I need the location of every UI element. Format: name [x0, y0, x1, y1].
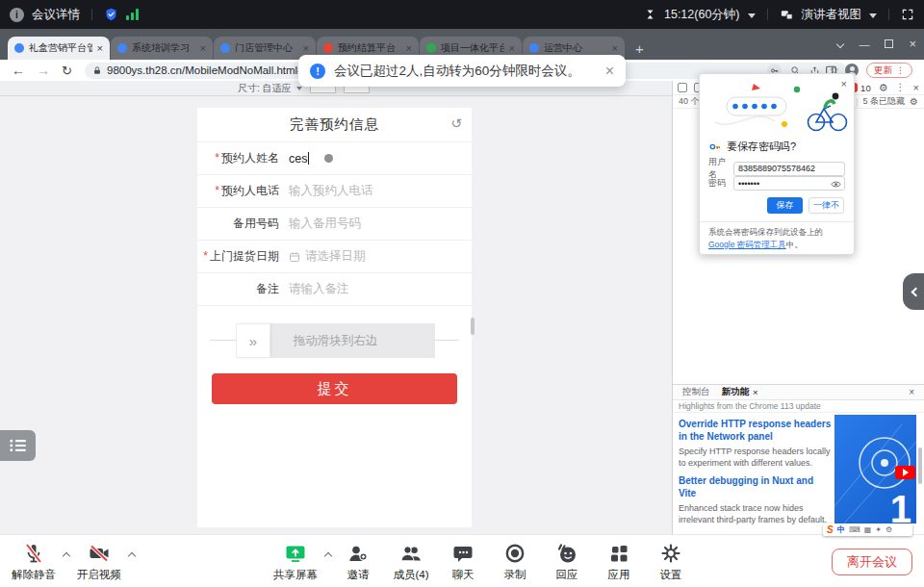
youtube-play-icon: [895, 466, 915, 479]
hidden-messages-label[interactable]: 5 条已隐藏: [863, 95, 906, 108]
show-password-eye-icon[interactable]: [831, 179, 841, 190]
console-settings-icon[interactable]: ⚙: [910, 97, 918, 107]
toolbar-record-button[interactable]: 录制: [488, 541, 542, 582]
back-button[interactable]: ←: [12, 64, 25, 77]
password-manager-link[interactable]: Google 密码管理工具: [708, 240, 786, 249]
page-scrollbar[interactable]: [471, 318, 475, 335]
toolbar-invite-button[interactable]: 邀请: [331, 541, 385, 582]
toolbar-settings-button[interactable]: 设置: [644, 541, 698, 582]
reload-button[interactable]: ↻: [62, 64, 72, 77]
undo-icon[interactable]: ↺: [450, 115, 462, 131]
toolbar-chat-button[interactable]: 聊天: [436, 541, 490, 582]
tab-close-icon[interactable]: ×: [303, 43, 309, 54]
fullscreen-icon[interactable]: [901, 8, 914, 21]
meeting-list-handle[interactable]: [0, 430, 36, 461]
browser-tab[interactable]: 系统培训学习×: [111, 37, 213, 60]
whats-new-subheader: Highlights from the Chrome 113 update: [673, 400, 924, 413]
toolbar-item-label: 邀请: [331, 568, 385, 582]
tab-close-icon[interactable]: ×: [406, 43, 412, 54]
field-input[interactable]: 请选择日期: [289, 248, 366, 265]
toolbar-camera-off-button[interactable]: 开启视频: [72, 541, 126, 582]
form-title: 完善预约信息: [290, 115, 379, 134]
field-label: *预约人姓名: [197, 150, 279, 166]
form-field-row: 备注请输入备注: [197, 273, 472, 306]
sogou-settings-icon[interactable]: ⚙: [886, 526, 892, 534]
toolbar-reaction-button[interactable]: 回应: [540, 541, 594, 582]
divider: [767, 9, 768, 20]
submit-button[interactable]: 提交: [212, 373, 457, 404]
sogou-lang-icon[interactable]: 中: [837, 524, 846, 536]
devtools-menu-icon[interactable]: ⋮: [896, 83, 906, 92]
key-icon: [708, 140, 721, 153]
sogou-keyboard-icon[interactable]: ⌨: [849, 526, 860, 534]
toolbar-item-label: 开启视频: [72, 568, 126, 582]
tab-close-icon[interactable]: ×: [200, 43, 206, 54]
drawer-close-icon[interactable]: ×: [909, 387, 914, 397]
field-label: 备用号码: [197, 216, 279, 232]
leave-meeting-button[interactable]: 离开会议: [832, 549, 912, 575]
banner-close-icon[interactable]: ×: [605, 64, 614, 79]
field-input[interactable]: ces: [289, 152, 333, 166]
chrome-update-button[interactable]: 更新⋮: [866, 63, 912, 78]
toolbar-item-label: 聊天: [436, 568, 490, 582]
window-minimize-button[interactable]: —: [859, 38, 869, 50]
inspect-icon[interactable]: [678, 83, 687, 92]
tab-close-icon[interactable]: ×: [753, 387, 758, 397]
browser-tab[interactable]: 礼盒营销平台管理中心×: [8, 37, 110, 60]
forward-button[interactable]: →: [37, 64, 50, 77]
browser-menu-icon[interactable]: ⋮: [896, 65, 905, 75]
tab-favicon: [117, 43, 127, 53]
security-shield-icon[interactable]: [104, 7, 118, 22]
toolbar-apps-button[interactable]: 应用: [592, 541, 646, 582]
window-close-button[interactable]: ×: [909, 37, 916, 51]
view-mode-button[interactable]: 演讲者视图: [802, 7, 862, 23]
whats-new-scrollbar[interactable]: [918, 447, 922, 484]
meeting-timer: 15:12(60分钟): [664, 7, 740, 23]
calendar-icon: [289, 251, 300, 263]
field-input[interactable]: 输入预约人电话: [289, 183, 373, 199]
tab-close-icon[interactable]: ×: [612, 43, 618, 54]
meeting-info-icon[interactable]: i: [10, 8, 24, 22]
devtools-close-icon[interactable]: ×: [913, 83, 919, 93]
toolbar-members-button[interactable]: 成员(4): [384, 541, 438, 582]
tab-close-icon[interactable]: ×: [509, 43, 515, 54]
sogou-toolbox-icon[interactable]: ✦: [875, 526, 882, 534]
captcha-slider: 拖动滑块到右边 »: [197, 323, 472, 358]
sogou-panel-icon[interactable]: ▦: [864, 526, 872, 534]
whats-new-article-title[interactable]: Override HTTP response headers in the Ne…: [679, 419, 833, 443]
network-signal-icon[interactable]: [126, 9, 139, 20]
field-label: *预约人电话: [197, 183, 279, 199]
device-size-caret-icon[interactable]: [296, 87, 302, 90]
sogou-logo-icon[interactable]: S: [827, 524, 834, 535]
field-input[interactable]: 输入备用号码: [289, 216, 361, 232]
window-maximize-button[interactable]: [885, 39, 893, 48]
field-label: *上门提货日期: [197, 248, 279, 265]
tab-close-icon[interactable]: ×: [97, 43, 103, 54]
device-size-label[interactable]: 尺寸: 自适应: [238, 82, 292, 95]
toolbar-screen-share-button[interactable]: 共享屏幕: [269, 541, 322, 582]
username-field[interactable]: 8385889075578462: [733, 162, 845, 176]
chevron-up-icon[interactable]: [63, 552, 70, 560]
chevron-up-icon[interactable]: [128, 552, 136, 560]
window-menu-chevron-icon[interactable]: [836, 39, 844, 47]
tab-console[interactable]: 控制台: [682, 386, 710, 398]
slider-handle[interactable]: »: [236, 323, 270, 358]
devtools-settings-icon[interactable]: ⚙: [879, 83, 888, 93]
lock-icon: [92, 65, 102, 76]
save-button[interactable]: 保存: [767, 197, 803, 214]
tab-title: 门店管理中心: [235, 41, 298, 55]
side-panel-toggle[interactable]: [903, 273, 924, 310]
toolbar-item-label: 解除静音: [7, 568, 61, 582]
timer-dropdown-caret[interactable]: [748, 13, 756, 18]
never-button[interactable]: 一律不: [808, 197, 844, 214]
tab-whats-new[interactable]: 新功能×: [722, 386, 758, 398]
password-field[interactable]: •••••••: [733, 176, 845, 191]
field-input[interactable]: 请输入备注: [289, 281, 349, 297]
new-tab-button[interactable]: +: [635, 41, 644, 56]
toolbar-mic-off-button[interactable]: 解除静音: [7, 541, 61, 582]
whats-new-article-title[interactable]: Better debugging in Nuxt and Vite: [679, 475, 833, 499]
view-dropdown-caret[interactable]: [869, 13, 877, 18]
meeting-details-button[interactable]: 会议详情: [32, 7, 80, 23]
chat-icon: [436, 541, 490, 566]
list-icon: [9, 438, 28, 453]
